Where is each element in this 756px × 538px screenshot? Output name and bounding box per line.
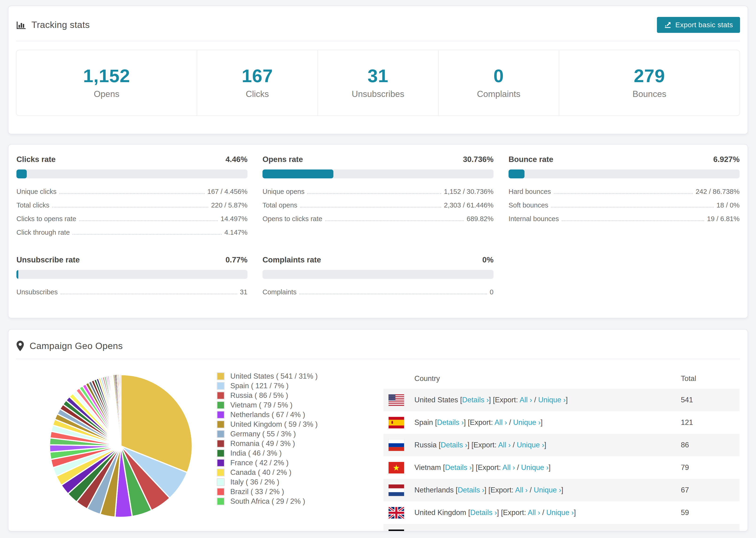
rates-grid: Clicks rate4.46%Unique clicks167 / 4.456… bbox=[17, 155, 739, 302]
details-link[interactable]: Details › bbox=[458, 486, 484, 494]
country-cell: United States [Details ›] [Export: All ›… bbox=[414, 389, 681, 411]
stat-value: 1,152 bbox=[83, 67, 130, 85]
country-cell: Germany [Details ›] [Export: All › / Uni… bbox=[414, 524, 681, 531]
export-unique-link[interactable]: Unique › bbox=[538, 396, 566, 404]
rate-detail-label: Internal bounces bbox=[509, 215, 559, 223]
country-cell: Russia [Details ›] [Export: All › / Uniq… bbox=[414, 434, 681, 456]
geo-table-row-es: Spain [Details ›] [Export: All › / Uniqu… bbox=[383, 411, 739, 434]
legend-item-romania[interactable]: Romania ( 49 / 3% ) bbox=[217, 439, 348, 448]
details-link[interactable]: Details › bbox=[470, 509, 497, 517]
geo-table-row-ru: Russia [Details ›] [Export: All › / Uniq… bbox=[383, 434, 739, 456]
legend-swatch bbox=[217, 420, 225, 428]
legend-item-canada[interactable]: Canada ( 40 / 2% ) bbox=[217, 467, 348, 477]
stat-cell-clicks: 167Clicks bbox=[197, 50, 317, 116]
legend-swatch bbox=[217, 497, 225, 506]
rate-detail-row: Opens to clicks rate689.82% bbox=[262, 215, 494, 223]
nl-flag-icon bbox=[389, 484, 404, 496]
export-basic-stats-button[interactable]: Export basic stats bbox=[657, 17, 740, 33]
rate-detail-row: Complaints0 bbox=[262, 288, 494, 296]
geo-table-header-row: Country Total bbox=[383, 368, 739, 389]
details-link[interactable]: Details › bbox=[449, 531, 475, 531]
country-name: United States bbox=[414, 396, 458, 404]
legend-item-vietnam[interactable]: Vietnam ( 79 / 5% ) bbox=[217, 400, 348, 410]
dotted-leader bbox=[300, 207, 441, 207]
rate-detail-row: Unique opens1,152 / 30.736% bbox=[262, 188, 494, 195]
rate-block-bounce-rate: Bounce rate6.927%Hard bounces242 / 86.73… bbox=[509, 155, 739, 242]
details-link[interactable]: Details › bbox=[441, 441, 467, 449]
rate-detail-label: Total clicks bbox=[17, 201, 49, 209]
legend-item-brazil[interactable]: Brazil ( 33 / 2% ) bbox=[217, 487, 348, 497]
export-all-link[interactable]: All › bbox=[527, 509, 540, 517]
export-unique-link[interactable]: Unique › bbox=[546, 509, 574, 517]
legend-item-germany[interactable]: Germany ( 55 / 3% ) bbox=[217, 429, 348, 439]
country-name: Russia bbox=[414, 441, 437, 449]
legend-label: Brazil ( 33 / 2% ) bbox=[230, 488, 284, 496]
export-all-link[interactable]: All › bbox=[495, 418, 507, 426]
stat-label: Bounces bbox=[632, 89, 666, 99]
rate-head: Unsubscribe rate0.77% bbox=[17, 255, 247, 264]
rate-detail-label: Unique opens bbox=[262, 188, 304, 195]
details-link[interactable]: Details › bbox=[445, 463, 472, 471]
rate-progress-track bbox=[262, 170, 494, 178]
export-unique-link[interactable]: Unique › bbox=[521, 463, 549, 471]
legend-swatch bbox=[217, 440, 225, 448]
legend-item-united-states[interactable]: United States ( 541 / 31% ) bbox=[217, 371, 348, 381]
dotted-leader bbox=[554, 193, 693, 194]
geo-title: Campaign Geo Opens bbox=[16, 340, 123, 351]
ru-flag-icon bbox=[389, 439, 404, 451]
legend-item-india[interactable]: India ( 46 / 3% ) bbox=[217, 448, 348, 458]
geo-content: United States ( 541 / 31% )Spain ( 121 /… bbox=[9, 359, 747, 531]
legend-label: Romania ( 49 / 3% ) bbox=[230, 439, 295, 448]
bar-chart-icon bbox=[16, 20, 26, 30]
rate-block-unsubscribe-rate: Unsubscribe rate0.77%Unsubscribes31 bbox=[17, 255, 247, 302]
export-unique-link[interactable]: Unique › bbox=[524, 531, 552, 531]
legend-item-spain[interactable]: Spain ( 121 / 7% ) bbox=[217, 381, 348, 391]
dotted-leader bbox=[299, 294, 487, 295]
legend-swatch bbox=[217, 372, 225, 380]
export-all-link[interactable]: All › bbox=[515, 486, 527, 494]
rate-detail-value: 689.82% bbox=[467, 215, 494, 223]
stat-cell-complaints: 0Complaints bbox=[438, 50, 559, 116]
geo-pie-chart[interactable] bbox=[46, 371, 196, 522]
rate-progress-fill bbox=[262, 170, 333, 178]
export-all-link[interactable]: All › bbox=[503, 463, 515, 471]
tracking-stats-title-text: Tracking stats bbox=[31, 20, 90, 30]
legend-item-russia[interactable]: Russia ( 86 / 5% ) bbox=[217, 391, 348, 400]
rate-value: 6.927% bbox=[713, 155, 739, 164]
export-all-link[interactable]: All › bbox=[498, 441, 511, 449]
geo-table-row-us: United States [Details ›] [Export: All ›… bbox=[383, 389, 739, 411]
dotted-leader bbox=[52, 207, 208, 207]
total-column-header: Total bbox=[681, 368, 739, 389]
rate-title: Bounce rate bbox=[509, 155, 553, 164]
rate-detail-label: Clicks to opens rate bbox=[17, 215, 76, 223]
legend-item-italy[interactable]: Italy ( 36 / 2% ) bbox=[217, 477, 348, 487]
country-name: Spain bbox=[414, 418, 433, 426]
rate-detail-row: Total opens2,303 / 61.446% bbox=[262, 201, 494, 209]
legend-item-south-africa[interactable]: South Africa ( 29 / 2% ) bbox=[217, 497, 348, 506]
country-name: Germany bbox=[414, 531, 444, 531]
dotted-leader bbox=[79, 220, 218, 221]
export-unique-link[interactable]: Unique › bbox=[513, 418, 540, 426]
details-link[interactable]: Details › bbox=[462, 396, 489, 404]
dotted-leader bbox=[562, 220, 704, 221]
legend-item-netherlands[interactable]: Netherlands ( 67 / 4% ) bbox=[217, 410, 348, 419]
country-total: 67 bbox=[681, 479, 739, 501]
legend-item-united-kingdom[interactable]: United Kingdom ( 59 / 3% ) bbox=[217, 419, 348, 429]
rate-block-complaints-rate: Complaints rate0%Complaints0 bbox=[262, 255, 494, 302]
rate-head: Opens rate30.736% bbox=[262, 155, 494, 164]
rate-detail-label: Unsubscribes bbox=[17, 288, 58, 296]
header-divider bbox=[16, 41, 740, 41]
us-flag-icon bbox=[389, 394, 404, 406]
export-unique-link[interactable]: Unique › bbox=[517, 441, 544, 449]
rate-detail-label: Complaints bbox=[262, 288, 297, 296]
country-name: Netherlands bbox=[414, 486, 454, 494]
export-unique-link[interactable]: Unique › bbox=[534, 486, 561, 494]
legend-item-france[interactable]: France ( 42 / 2% ) bbox=[217, 458, 348, 467]
rate-detail-value: 4.147% bbox=[225, 229, 247, 237]
stat-value: 31 bbox=[368, 67, 389, 85]
export-all-link[interactable]: All › bbox=[519, 396, 532, 404]
legend-label: South Africa ( 29 / 2% ) bbox=[230, 497, 305, 506]
details-link[interactable]: Details › bbox=[437, 418, 464, 426]
export-all-link[interactable]: All › bbox=[506, 531, 518, 531]
country-total: 59 bbox=[681, 501, 739, 524]
